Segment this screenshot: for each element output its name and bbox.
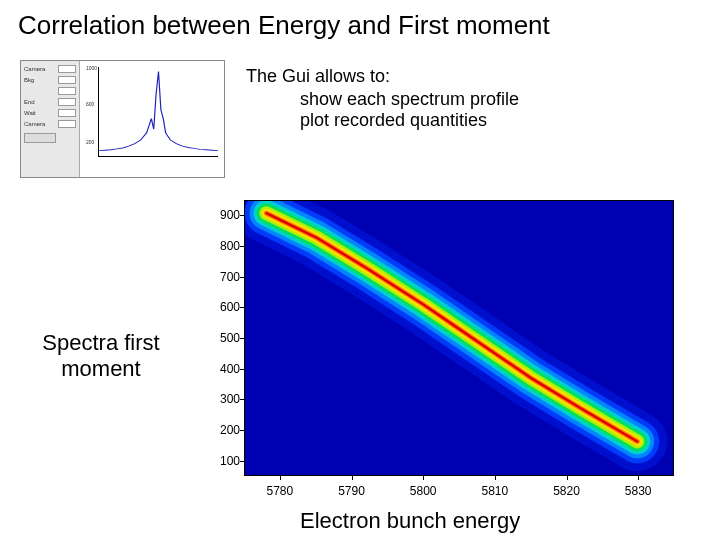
bullet-item: plot recorded quantities: [300, 110, 519, 131]
gui-control-panel: Camera Bkg End Wait Camera: [21, 61, 79, 177]
heatmap-xtick: 5790: [338, 484, 365, 498]
gui-field-label: Camera: [24, 121, 56, 127]
gui-input: [58, 120, 76, 128]
heatmap-ytick: 400: [210, 362, 240, 376]
gui-field-label: End: [24, 99, 56, 105]
bullet-item: show each spectrum profile: [300, 89, 519, 110]
heatmap-xtick: 5800: [410, 484, 437, 498]
gui-input: [58, 65, 76, 73]
gui-screenshot: Camera Bkg End Wait Camera 1000 600 200: [20, 60, 225, 178]
heatmap-ytick: 700: [210, 270, 240, 284]
heatmap-ytick: 900: [210, 208, 240, 222]
description-block: The Gui allows to: show each spectrum pr…: [246, 66, 519, 131]
gui-input: [58, 76, 76, 84]
gui-ytick: 600: [86, 101, 94, 107]
heatmap-xtick: 5830: [625, 484, 652, 498]
heatmap-xtick: 5810: [481, 484, 508, 498]
gui-ytick: 200: [86, 139, 94, 145]
gui-ytick: 1000: [86, 65, 97, 71]
heatmap-xlabel: Electron bunch energy: [300, 508, 520, 534]
spectrum-trace: [99, 71, 218, 150]
heatmap-xtick: 5780: [266, 484, 293, 498]
gui-input: [58, 98, 76, 106]
heatmap-ytick: 500: [210, 331, 240, 345]
heatmap-ytick: 100: [210, 454, 240, 468]
gui-spectrum-plot: 1000 600 200: [79, 61, 224, 177]
heatmap-xtick: 5820: [553, 484, 580, 498]
heatmap-ytick: 200: [210, 423, 240, 437]
gui-field-label: Camera: [24, 66, 56, 72]
slide-title: Correlation between Energy and First mom…: [18, 10, 550, 41]
gui-input: [58, 87, 76, 95]
gui-field-label: Bkg: [24, 77, 56, 83]
gui-field-label: Wait: [24, 110, 56, 116]
heatmap-ylabel: Spectra first moment: [26, 330, 176, 382]
heatmap-figure: 1002003004005006007008009005780579058005…: [196, 196, 686, 508]
gui-input: [58, 109, 76, 117]
heatmap-plot-area: [244, 200, 674, 476]
gui-button: [24, 133, 56, 143]
heatmap-ytick: 300: [210, 392, 240, 406]
heatmap-canvas: [245, 201, 673, 475]
heatmap-ytick: 800: [210, 239, 240, 253]
heatmap-ytick: 600: [210, 300, 240, 314]
bullet-intro: The Gui allows to:: [246, 66, 519, 87]
